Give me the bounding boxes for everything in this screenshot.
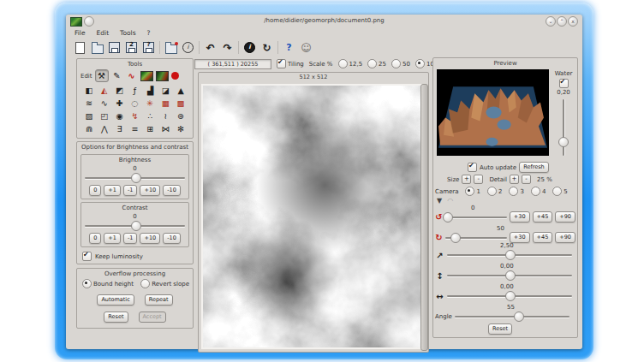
tool-grid-icon[interactable]: ◩	[112, 84, 128, 97]
tool-grid-icon[interactable]: ▩	[173, 97, 188, 110]
pencil-tool-icon[interactable]: ✎	[111, 70, 123, 81]
brightness-plus1-button[interactable]: +1	[104, 185, 121, 196]
tool-grid-icon[interactable]: ∴	[142, 110, 158, 122]
document-info-icon[interactable]: i	[182, 41, 194, 54]
tool-grid-icon[interactable]: ⊞	[142, 122, 158, 135]
tool-grid-icon[interactable]: ▦	[158, 97, 173, 110]
contrast-slider[interactable]	[85, 221, 185, 231]
preview-reset-button[interactable]: Reset	[488, 323, 512, 335]
record-tool-icon[interactable]	[171, 72, 179, 80]
tool-grid-icon[interactable]: ◪	[158, 84, 173, 97]
automatic-button[interactable]: Automatic	[97, 294, 134, 306]
terrain-thumbnail-1-icon[interactable]	[140, 71, 153, 81]
tool-grid-icon[interactable]: ◰	[97, 110, 112, 122]
detail-plus-button[interactable]: +	[510, 175, 519, 184]
horizontal-pan-slider-handle[interactable]	[505, 291, 516, 301]
detail-minus-button[interactable]: -	[522, 175, 531, 184]
maximize-button[interactable]: ⌃	[557, 16, 567, 27]
menu-edit[interactable]: Edit	[97, 29, 110, 37]
terrain-preview[interactable]	[437, 69, 549, 156]
save-as-icon[interactable]: ?	[142, 41, 155, 54]
open-recent-icon[interactable]	[164, 41, 177, 54]
tool-grid-icon[interactable]: ⋈	[158, 122, 173, 135]
menu-file[interactable]: File	[75, 29, 86, 37]
camera-radio-2[interactable]: 2	[487, 187, 502, 196]
open-file-icon[interactable]	[91, 41, 104, 54]
horizontal-pan-icon[interactable]: ↔	[435, 292, 444, 301]
brightness-slider[interactable]	[85, 173, 185, 183]
stats-icon[interactable]: i	[243, 41, 256, 54]
water-checkbox[interactable]	[559, 79, 569, 88]
distance-slider[interactable]	[447, 250, 572, 260]
vertical-pan-icon[interactable]: ↕	[435, 271, 444, 281]
rotate-left-right-icon[interactable]: ↺	[435, 212, 443, 222]
rotate-ud-slider[interactable]	[445, 233, 507, 243]
tool-grid-icon[interactable]: ▟	[142, 84, 158, 97]
water-slider[interactable]	[558, 99, 569, 156]
tool-grid-icon[interactable]: ↯	[128, 110, 143, 122]
repeat-button[interactable]: Repeat	[145, 294, 173, 306]
distance-slider-handle[interactable]	[505, 250, 516, 260]
save-copy-icon[interactable]: 2	[125, 41, 138, 54]
reset-button[interactable]: Reset	[104, 312, 128, 323]
menu-tools[interactable]: Tools	[120, 29, 135, 37]
view-dome-icon[interactable]: ◠	[447, 197, 453, 205]
tool-grid-icon[interactable]: ≡	[128, 122, 143, 135]
rotate-lr-plus45-button[interactable]: +45	[533, 211, 553, 223]
heightmap-canvas[interactable]	[201, 84, 422, 349]
size-minus-button[interactable]: -	[474, 175, 483, 184]
contrast-slider-handle[interactable]	[131, 221, 141, 231]
help-icon[interactable]: ?	[283, 41, 295, 54]
keep-luminosity-checkbox[interactable]	[82, 252, 92, 261]
canvas-scrollbar[interactable]	[420, 84, 428, 351]
rotate-lr-plus90-button[interactable]: +90	[555, 211, 575, 223]
tool-grid-icon[interactable]: ◉	[112, 110, 128, 122]
contrast-0-button[interactable]: 0	[89, 233, 101, 244]
auto-update-checkbox[interactable]	[468, 163, 477, 172]
rotate-icon[interactable]: ↻	[260, 41, 273, 54]
camera-radio-5[interactable]: 5	[552, 187, 567, 196]
scale-radio-12-5[interactable]: 12,5	[338, 59, 363, 68]
rotate-ud-slider-handle[interactable]	[450, 233, 461, 243]
scale-radio-50[interactable]: 50	[391, 59, 410, 68]
tool-grid-icon[interactable]: ▲	[173, 84, 188, 97]
undo-icon[interactable]: ↶	[204, 41, 217, 54]
camera-radio-1[interactable]: 1	[465, 187, 480, 196]
size-plus-button[interactable]: +	[462, 175, 471, 184]
tiling-checkbox[interactable]: Tiling	[277, 59, 304, 68]
rotate-up-down-icon[interactable]: ↻	[435, 233, 443, 242]
contrast-minus10-button[interactable]: -10	[163, 233, 181, 244]
bound-height-radio[interactable]: Bound height	[82, 279, 134, 288]
tool-grid-icon[interactable]: ✳	[142, 97, 158, 110]
rotate-lr-slider[interactable]	[445, 212, 507, 223]
tool-grid-icon[interactable]: ▨	[81, 110, 97, 122]
tool-grid-icon[interactable]: ⋀	[97, 122, 112, 135]
tool-grid-icon[interactable]: ◭	[97, 84, 112, 97]
horizontal-pan-slider[interactable]	[447, 291, 572, 301]
camera-radio-4[interactable]: 4	[531, 187, 546, 196]
vertical-pan-slider[interactable]	[447, 270, 572, 281]
menu-help[interactable]: ?	[147, 29, 151, 37]
new-document-icon[interactable]	[74, 41, 86, 54]
vertical-pan-slider-handle[interactable]	[505, 270, 516, 281]
tool-grid-icon[interactable]: ⊛	[173, 110, 188, 122]
contrast-plus10-button[interactable]: +10	[140, 233, 160, 244]
minimize-button[interactable]: ⌄	[546, 16, 556, 27]
tiling-checkbox-box[interactable]	[277, 59, 286, 68]
camera-radio-3[interactable]: 3	[509, 187, 523, 196]
wave-tool-icon[interactable]: ∿	[126, 70, 138, 81]
terrain-thumbnail-2-icon[interactable]	[156, 71, 169, 81]
view-down-icon[interactable]: ▼	[437, 197, 442, 205]
tool-grid-icon[interactable]: ≋	[81, 97, 97, 110]
stamp-tool-icon[interactable]: ⚒	[95, 69, 109, 82]
angle-slider-handle[interactable]	[514, 312, 524, 322]
rotate-lr-slider-handle[interactable]	[443, 212, 453, 223]
brightness-plus10-button[interactable]: +10	[140, 185, 160, 196]
brightness-minus10-button[interactable]: -10	[163, 185, 181, 196]
redo-icon[interactable]: ↷	[221, 41, 234, 54]
tool-grid-icon[interactable]: ƒ	[128, 84, 143, 97]
rotate-ud-plus45-button[interactable]: +45	[533, 232, 553, 243]
titlebar[interactable]: /home/didier/geomorph/document0.png ⌄ ⌃ …	[66, 15, 582, 27]
tool-grid-icon[interactable]: ◧	[81, 84, 97, 97]
tool-grid-icon[interactable]: ✚	[112, 97, 128, 110]
